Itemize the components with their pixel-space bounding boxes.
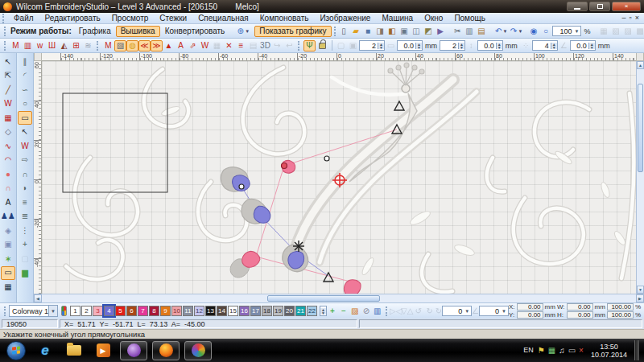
pattern-stamp-tool[interactable]: ▦ <box>1 280 15 294</box>
wave-fill-icon[interactable]: ▤ <box>247 40 259 51</box>
auto-underlay-icon[interactable]: Ψ <box>303 40 316 51</box>
nudge-tool[interactable]: + <box>18 238 32 252</box>
polygon-select-tool[interactable]: ◇ <box>1 125 15 139</box>
cross-stitch-icon[interactable]: ✕ <box>223 40 235 51</box>
monogram-icon[interactable]: ▲ <box>163 40 175 51</box>
column-stitch-icon[interactable]: ▥ <box>22 40 34 51</box>
display-error-icon[interactable]: ▭ <box>568 347 576 355</box>
menu-item-10[interactable]: Помощь <box>448 13 491 23</box>
fill-color-icon[interactable]: ▨ <box>349 306 361 317</box>
close-button[interactable]: × <box>612 2 641 11</box>
ellipse-tool[interactable]: ○ <box>18 97 32 111</box>
blank-tool[interactable]: ▢ <box>18 252 32 265</box>
offset2-spinbox[interactable]: 0.0▲▼ <box>570 40 596 51</box>
color-swatch-9[interactable]: 9 <box>160 306 171 316</box>
zoom-box-icon[interactable]: ◉ <box>528 26 540 37</box>
spacing-spinbox[interactable]: 0.0▲▼ <box>477 40 503 51</box>
stitch-player-icon[interactable]: ▶ <box>435 26 447 37</box>
action-center-icon[interactable]: ⚑ <box>538 347 545 355</box>
measure-tool[interactable]: ╱ <box>1 83 15 97</box>
edit-object-tool[interactable]: ▦ <box>1 111 15 125</box>
menu-item-7[interactable]: Изображение <box>314 13 376 23</box>
regroup-icon[interactable]: ▨ <box>621 26 634 37</box>
stipple-run-icon[interactable]: ≡ <box>235 40 247 51</box>
angle-spinbox[interactable]: 4▲▼ <box>532 40 558 51</box>
closed-object-tool[interactable]: ◠ <box>1 154 15 167</box>
satin-outline-icon[interactable]: M <box>10 40 22 51</box>
scroll-right-arrow[interactable]: ▶ <box>636 294 644 302</box>
rotate-left-icon[interactable]: ↺ <box>413 306 424 317</box>
smart-design-icon[interactable]: ⇗ <box>187 40 199 51</box>
3d-warp-icon[interactable]: 3D <box>259 40 271 51</box>
arc-line-tool[interactable]: ◜ <box>18 69 32 83</box>
menu-item-4[interactable]: Стежки <box>154 13 192 23</box>
new-document-icon[interactable]: ▯ <box>338 26 350 37</box>
paste-icon[interactable]: ▤ <box>476 26 488 37</box>
horizontal-scroll-thumb[interactable] <box>267 295 380 302</box>
print-icon[interactable]: ▣ <box>398 26 411 37</box>
team-names-tool[interactable]: ♟♟ <box>1 210 15 224</box>
colorway-editor-icon[interactable]: ▥ <box>372 306 383 317</box>
fan-fill-icon[interactable]: ≋ <box>82 40 94 51</box>
menu-item-5[interactable]: Специальная <box>192 13 254 23</box>
select-tool[interactable]: ↖ <box>1 55 15 68</box>
scroll-down-arrow[interactable]: ▼ <box>637 286 644 294</box>
zigzag-outline-icon[interactable]: w <box>34 40 46 51</box>
maximize-button[interactable] <box>589 2 610 11</box>
density-spinbox[interactable]: 2▲▼ <box>440 40 465 51</box>
palette-scroll-spinner[interactable]: ▲▼ <box>320 306 327 316</box>
no-fill-icon[interactable]: ⊘ <box>361 306 372 317</box>
spiral-shape-tool[interactable]: ▣ <box>1 238 15 252</box>
underlay-first-icon[interactable]: ▢ <box>335 40 347 51</box>
scale-y-field[interactable]: 100.00 <box>607 311 634 319</box>
color-swatch-8[interactable]: 8 <box>149 306 159 316</box>
internet-explorer-icon[interactable]: e <box>33 341 57 360</box>
show-desktop-button[interactable] <box>634 340 639 360</box>
color-swatch-14[interactable]: 14 <box>217 306 227 316</box>
arrow-shape-tool[interactable]: ⇨ <box>18 154 32 167</box>
florentine-effect-icon[interactable]: ↪ <box>271 40 283 51</box>
chart-tool[interactable]: ▆ <box>18 266 32 280</box>
color-swatch-17[interactable]: 17 <box>250 306 261 316</box>
import-graphic-icon[interactable]: ◧ <box>386 26 398 37</box>
media-player-icon[interactable]: ▶ <box>91 341 115 360</box>
liquid-effect-icon[interactable]: ↩ <box>283 40 295 51</box>
color-swatch-3[interactable]: 3 <box>93 306 103 316</box>
e-stitch-icon[interactable]: Ш <box>46 40 58 51</box>
show-graphics-button[interactable]: Показать графику <box>254 26 331 37</box>
menu-item-1[interactable]: Файл <box>8 13 39 23</box>
color-swatch-16[interactable]: 16 <box>239 306 250 316</box>
reshape-node-tool[interactable]: ↖ <box>18 125 32 139</box>
volume-icon[interactable]: ♫ <box>559 347 565 355</box>
print-preview-icon[interactable]: ◫ <box>411 26 423 37</box>
lettering-tool[interactable]: A <box>1 195 15 209</box>
vertical-scrollbar[interactable]: ▲ ▼ <box>636 61 644 294</box>
h-field[interactable]: 0.00 <box>567 311 593 319</box>
send-to-machine-icon[interactable]: ◩ <box>423 26 435 37</box>
taskbar-app-paint[interactable] <box>184 341 212 360</box>
color-swatch-6[interactable]: 6 <box>126 306 137 316</box>
color-swatch-18[interactable]: 18 <box>262 306 272 316</box>
color-swatch-13[interactable]: 13 <box>205 306 216 316</box>
y-field[interactable]: 0.00 <box>517 311 543 319</box>
lettering-w2-tool[interactable]: W <box>18 139 32 153</box>
mirror-vertical-icon[interactable]: ▽△ <box>402 306 413 317</box>
minimize-button[interactable] <box>567 2 588 11</box>
diamond-shape-tool[interactable]: ◈ <box>1 224 15 237</box>
swoosh-shape-tool[interactable]: ◗ <box>18 182 32 195</box>
zoom-factor-combo[interactable]: 100▼ <box>552 26 582 36</box>
convert-button[interactable]: Конвертировать <box>160 26 230 37</box>
remove-color-icon[interactable]: − <box>338 306 349 317</box>
dome-shape-tool[interactable]: ∩ <box>18 167 32 181</box>
stimulate-3-icon[interactable]: ⋮ <box>18 224 32 237</box>
scroll-up-arrow[interactable]: ▲ <box>637 61 644 69</box>
zoom-tool-icon[interactable]: ○ <box>540 26 552 37</box>
save-design-icon[interactable]: ■ <box>362 26 374 37</box>
rotate-angle-combo[interactable]: 0▼ <box>442 306 472 316</box>
mdi-restore-button[interactable]: ▫ <box>630 14 632 22</box>
lock-stitches-icon[interactable] <box>319 43 326 49</box>
taskbar-clock[interactable]: 13:50 10.07.2014 <box>588 343 630 359</box>
scroll-left-arrow[interactable]: ◀ <box>34 294 42 302</box>
mdi-close-button[interactable]: × <box>635 14 639 22</box>
language-indicator[interactable]: EN <box>523 347 534 354</box>
